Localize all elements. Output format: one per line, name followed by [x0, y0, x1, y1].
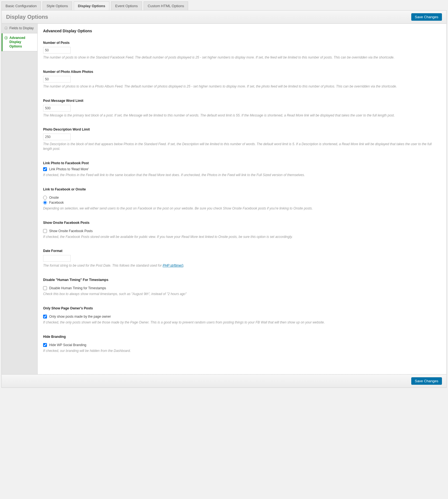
field-title-hide-branding: Hide Branding	[43, 335, 441, 339]
num-photos-input[interactable]	[43, 76, 71, 83]
field-title-word-limit: Post Message Word Limit	[43, 99, 441, 103]
tab-bar: Basic Configuration Style Options Displa…	[1, 1, 447, 10]
tab-style-options[interactable]: Style Options	[43, 1, 72, 10]
field-title-num-photos: Number of Photo Album Photos	[43, 70, 441, 74]
panel-title: Display Options	[6, 14, 48, 20]
save-changes-button-bottom[interactable]: Save Changes	[411, 377, 442, 385]
link-onsite-radio[interactable]	[43, 196, 47, 200]
field-title-disable-human: Disable "Human Timing" For Timestamps	[43, 278, 441, 282]
disable-human-checkbox[interactable]	[43, 286, 47, 290]
field-title-num-posts: Number of Posts	[43, 41, 441, 45]
section-heading: Advanced Display Options	[43, 29, 441, 33]
tab-custom-html-options[interactable]: Custom HTML Options	[144, 1, 188, 10]
sidebar-item-fields-to-display[interactable]: Fields to Display	[2, 24, 37, 33]
field-title-date-format: Date Format	[43, 249, 441, 253]
date-format-input[interactable]	[43, 255, 71, 262]
field-desc: The number of posts to show in the Stand…	[43, 55, 441, 60]
hide-branding-checkbox[interactable]	[43, 343, 47, 347]
sidebar-item-advanced-display[interactable]: Advanced Display Options	[2, 33, 37, 52]
field-title-link-to: Link to Facebook or Onsite	[43, 187, 441, 191]
checkbox-label: Hide WP Social Branding	[49, 343, 86, 347]
tab-basic-configuration[interactable]: Basic Configuration	[1, 1, 41, 10]
sidebar-item-label: Fields to Display	[9, 26, 34, 31]
word-limit-input[interactable]	[43, 105, 71, 112]
field-desc: The Description is the block of text tha…	[43, 142, 441, 151]
radio-label: Onsite	[49, 196, 59, 200]
checkbox-label: Only show posts made by the page owner	[49, 315, 111, 318]
field-desc: The number of photos to show in a Photo …	[43, 84, 441, 89]
num-posts-input[interactable]	[43, 47, 71, 54]
plus-circle-icon	[4, 36, 8, 39]
field-desc: Check this box to always show normal tim…	[43, 292, 441, 296]
field-desc: The Message is the primary text block of…	[43, 113, 441, 118]
field-title-only-owner: Only Show Page Owner's Posts	[43, 306, 441, 310]
panel-header: Display Options Save Changes	[2, 10, 446, 24]
checkbox-label: Show Onsite Facebook Posts	[49, 229, 93, 233]
field-desc: Depending on selection, we will either s…	[43, 206, 441, 211]
field-desc: If checked, the Photos in the Feed will …	[43, 173, 441, 177]
link-photos-checkbox[interactable]	[43, 167, 47, 171]
field-desc: If checked, our branding will be hidden …	[43, 349, 441, 353]
link-facebook-radio[interactable]	[43, 201, 47, 205]
show-onsite-checkbox[interactable]	[43, 229, 47, 233]
only-owner-checkbox[interactable]	[43, 315, 47, 318]
plus-circle-icon	[4, 26, 8, 30]
main-content: Advanced Display Options Number of Posts…	[38, 24, 446, 374]
photo-desc-limit-input[interactable]	[43, 134, 71, 140]
panel-footer: Save Changes	[2, 374, 446, 387]
field-title-photo-desc-limit: Photo Description Word Limit	[43, 128, 441, 131]
field-desc: If checked, the Facebook Posts stored on…	[43, 235, 441, 239]
field-title-show-onsite: Show Onsite Facebook Posts	[43, 221, 441, 225]
checkbox-label: Disable Human Timing for Timestamps	[49, 286, 106, 290]
tab-event-options[interactable]: Event Options	[111, 1, 142, 10]
sidebar-item-label: Advanced Display Options	[9, 36, 35, 49]
radio-label: Facebook	[49, 201, 64, 205]
field-desc: The format string to be used for the Pos…	[43, 263, 441, 268]
field-desc: If checked, the only posts shown will be…	[43, 320, 441, 325]
checkbox-label: Link Photos to 'Read More'	[49, 167, 89, 171]
settings-panel: Display Options Save Changes Fields to D…	[1, 10, 447, 388]
tab-display-options[interactable]: Display Options	[74, 1, 109, 10]
sidebar: Fields to Display Advanced Display Optio…	[2, 24, 38, 374]
php-strftime-link[interactable]: PHP strftime()	[163, 264, 183, 267]
field-title-link-photo: Link Photo to Facebook Post	[43, 161, 441, 165]
save-changes-button-top[interactable]: Save Changes	[411, 13, 442, 21]
